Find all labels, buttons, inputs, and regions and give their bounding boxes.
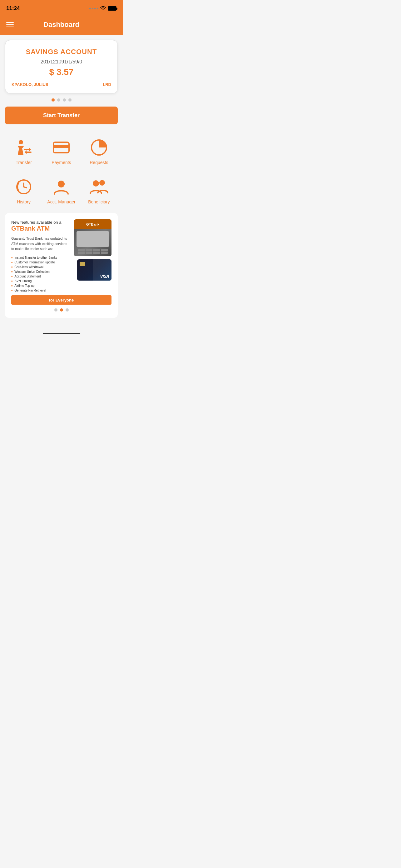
svg-rect-4 bbox=[54, 145, 69, 148]
main-content: SAVINGS ACCOUNT 201/121091/1/59/0 $ 3.57… bbox=[0, 35, 123, 328]
home-bar bbox=[43, 333, 80, 334]
status-icons bbox=[89, 6, 116, 11]
beneficiary-label: Beneficiary bbox=[88, 199, 110, 204]
requests-icon bbox=[90, 138, 108, 157]
action-history[interactable]: History bbox=[5, 171, 42, 211]
svg-point-11 bbox=[99, 180, 105, 186]
beneficiary-icon bbox=[90, 178, 108, 196]
banner-wrapper: New features available on a GTBank ATM G… bbox=[11, 219, 111, 293]
wifi-icon bbox=[100, 6, 106, 11]
banner-footer-text: for Everyone bbox=[49, 298, 74, 303]
banner-list-item: Generate Pin Retrieval bbox=[11, 288, 71, 293]
start-transfer-button[interactable]: Start Transfer bbox=[5, 106, 118, 124]
requests-label: Requests bbox=[90, 160, 108, 165]
status-time: 11:24 bbox=[6, 5, 20, 11]
action-payments[interactable]: Payments bbox=[42, 132, 80, 171]
status-bar: 11:24 bbox=[0, 0, 123, 16]
account-owner-name: KPAKOLO, JULIUS bbox=[11, 82, 48, 87]
banner-text: New features available on a GTBank ATM bbox=[11, 219, 71, 232]
banner-dot-2[interactable] bbox=[60, 308, 63, 312]
home-indicator bbox=[0, 328, 123, 339]
action-acct-manager[interactable]: Acct. Manager bbox=[42, 171, 80, 211]
banner-pagination bbox=[11, 308, 111, 312]
card-pagination bbox=[5, 98, 118, 101]
banner-list-item: Instant Transfer to other Banks bbox=[11, 255, 71, 260]
pagination-dot-1[interactable] bbox=[52, 98, 55, 101]
pagination-dot-4[interactable] bbox=[68, 98, 71, 101]
svg-line-8 bbox=[24, 187, 27, 188]
banner-list-item: Airtime Top-up bbox=[11, 283, 71, 288]
battery-icon bbox=[108, 6, 116, 11]
acct-manager-label: Acct. Manager bbox=[47, 199, 75, 204]
transfer-label: Transfer bbox=[15, 160, 32, 165]
account-balance: $ 3.57 bbox=[11, 67, 111, 77]
banner-right: GTBank bbox=[74, 219, 111, 281]
banner-title: GTBank ATM bbox=[11, 225, 49, 232]
action-transfer[interactable]: Transfer bbox=[5, 132, 42, 171]
page-title: Dashboard bbox=[43, 21, 79, 29]
svg-point-10 bbox=[93, 180, 99, 187]
card-visual: VISA bbox=[77, 259, 111, 281]
account-type: SAVINGS ACCOUNT bbox=[11, 48, 111, 56]
banner-section: New features available on a GTBank ATM G… bbox=[5, 213, 118, 318]
action-requests[interactable]: Requests bbox=[80, 132, 118, 171]
banner-list-item: Card-less withdrawal bbox=[11, 265, 71, 269]
banner-new-features-text: New features available on a bbox=[11, 220, 61, 225]
payments-icon bbox=[52, 138, 71, 157]
banner-dot-3[interactable] bbox=[66, 308, 69, 312]
banner-description: Guaranty Trust Bank has updated its ATM … bbox=[11, 236, 71, 251]
pagination-dot-3[interactable] bbox=[63, 98, 66, 101]
history-label: History bbox=[17, 199, 31, 204]
svg-point-0 bbox=[19, 140, 23, 144]
account-card[interactable]: SAVINGS ACCOUNT 201/121091/1/59/0 $ 3.57… bbox=[5, 40, 118, 93]
banner-left: New features available on a GTBank ATM G… bbox=[11, 219, 71, 293]
banner-list-item: Western Union Collection bbox=[11, 269, 71, 274]
banner-list-item: Customer Information update bbox=[11, 260, 71, 265]
payments-label: Payments bbox=[52, 160, 71, 165]
banner-dot-1[interactable] bbox=[54, 308, 58, 312]
svg-point-9 bbox=[58, 181, 65, 187]
menu-button[interactable] bbox=[6, 22, 14, 27]
banner-list-item: BVN Linking bbox=[11, 279, 71, 283]
history-icon bbox=[14, 178, 33, 196]
banner-list-item: Account Statement bbox=[11, 274, 71, 279]
account-currency: LRD bbox=[103, 82, 111, 87]
action-beneficiary[interactable]: Beneficiary bbox=[80, 171, 118, 211]
transfer-icon bbox=[14, 138, 33, 157]
signal-icon bbox=[89, 8, 98, 9]
header: Dashboard bbox=[0, 16, 123, 35]
account-number: 201/121091/1/59/0 bbox=[11, 59, 111, 65]
banner-list: Instant Transfer to other Banks Customer… bbox=[11, 255, 71, 293]
account-footer: KPAKOLO, JULIUS LRD bbox=[11, 82, 111, 87]
pagination-dot-2[interactable] bbox=[57, 98, 60, 101]
acct-manager-icon bbox=[52, 178, 71, 196]
quick-actions-grid: Transfer Payments Requests bbox=[5, 132, 118, 211]
atm-visual: GTBank bbox=[74, 219, 111, 256]
